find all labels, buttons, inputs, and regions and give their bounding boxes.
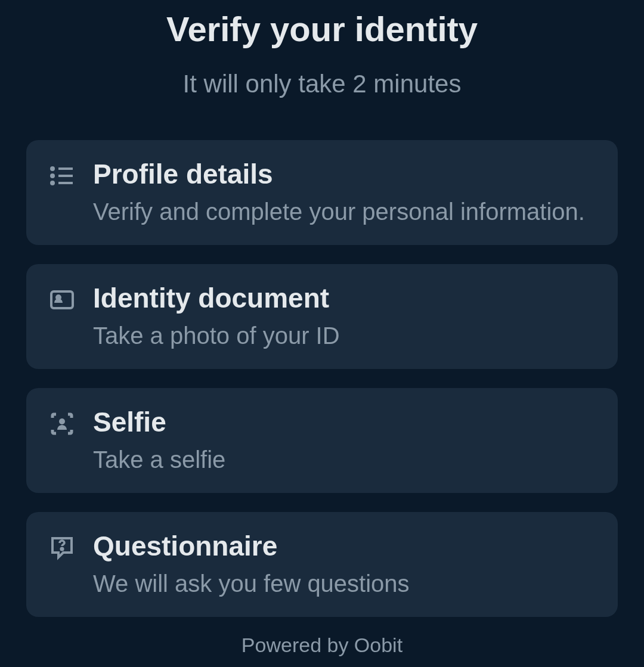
svg-point-9 <box>61 548 63 550</box>
step-profile-details[interactable]: Profile details Verify and complete your… <box>26 140 618 245</box>
step-content: Identity document Take a photo of your I… <box>93 282 340 351</box>
step-title: Selfie <box>93 406 225 438</box>
step-description: Verify and complete your personal inform… <box>93 196 585 227</box>
page-title: Verify your identity <box>166 9 478 49</box>
question-icon <box>48 533 76 562</box>
steps-list: Profile details Verify and complete your… <box>26 140 618 617</box>
id-card-icon <box>48 286 76 314</box>
step-content: Selfie Take a selfie <box>93 406 225 475</box>
step-description: Take a photo of your ID <box>93 320 340 351</box>
step-title: Questionnaire <box>93 530 410 562</box>
svg-point-8 <box>59 418 65 424</box>
step-content: Profile details Verify and complete your… <box>93 158 585 227</box>
step-title: Profile details <box>93 158 585 190</box>
svg-point-2 <box>51 182 54 184</box>
svg-rect-6 <box>51 291 73 308</box>
step-description: Take a selfie <box>93 444 225 475</box>
step-identity-document[interactable]: Identity document Take a photo of your I… <box>26 264 618 369</box>
footer-text: Powered by Oobit <box>242 634 402 657</box>
page-subtitle: It will only take 2 minutes <box>183 70 462 98</box>
step-description: We will ask you few questions <box>93 568 410 599</box>
svg-point-0 <box>51 167 54 170</box>
step-questionnaire[interactable]: Questionnaire We will ask you few questi… <box>26 512 618 617</box>
step-content: Questionnaire We will ask you few questi… <box>93 530 410 599</box>
svg-point-1 <box>51 175 54 177</box>
step-selfie[interactable]: Selfie Take a selfie <box>26 388 618 493</box>
step-title: Identity document <box>93 282 340 314</box>
selfie-icon <box>48 409 76 438</box>
list-icon <box>48 162 76 190</box>
